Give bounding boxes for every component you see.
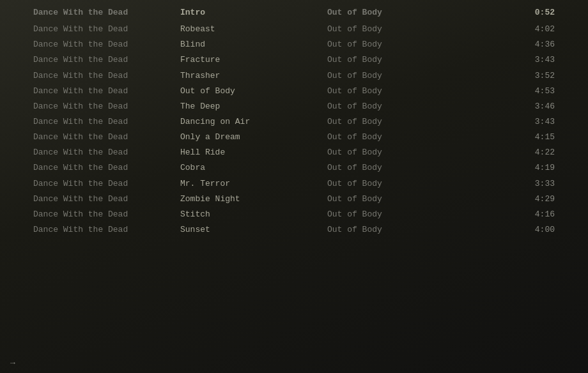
track-artist: Dance With the Dead bbox=[33, 100, 180, 113]
track-album: Out of Body bbox=[327, 100, 474, 113]
bottom-arrow: → bbox=[10, 358, 15, 368]
track-title: Robeast bbox=[180, 23, 327, 36]
track-album: Out of Body bbox=[327, 131, 474, 144]
track-album: Out of Body bbox=[327, 193, 474, 206]
table-row[interactable]: Dance With the DeadOnly a DreamOut of Bo… bbox=[0, 130, 588, 145]
table-row[interactable]: Dance With the DeadStitchOut of Body4:16 bbox=[0, 207, 588, 222]
table-row[interactable]: Dance With the DeadZombie NightOut of Bo… bbox=[0, 192, 588, 207]
track-artist: Dance With the Dead bbox=[33, 116, 180, 128]
header-artist: Dance With the Dead bbox=[33, 6, 180, 19]
track-album: Out of Body bbox=[327, 178, 474, 190]
table-row[interactable]: Dance With the DeadThrasherOut of Body3:… bbox=[0, 68, 588, 84]
track-title: Dancing on Air bbox=[180, 116, 327, 128]
table-row[interactable]: Dance With the DeadDancing on AirOut of … bbox=[0, 114, 588, 130]
track-album: Out of Body bbox=[327, 224, 474, 236]
track-album: Out of Body bbox=[327, 54, 474, 66]
header-title: Intro bbox=[180, 6, 327, 19]
track-duration: 4:53 bbox=[474, 85, 555, 98]
table-row[interactable]: Dance With the DeadBlindOut of Body4:36 bbox=[0, 37, 588, 52]
track-artist: Dance With the Dead bbox=[33, 70, 180, 82]
track-artist: Dance With the Dead bbox=[33, 162, 180, 174]
table-row[interactable]: Dance With the DeadHell RideOut of Body4… bbox=[0, 145, 588, 160]
track-artist: Dance With the Dead bbox=[33, 146, 180, 159]
track-title: Out of Body bbox=[180, 85, 327, 98]
track-artist: Dance With the Dead bbox=[33, 23, 180, 36]
table-row[interactable]: Dance With the DeadRobeastOut of Body4:0… bbox=[0, 22, 588, 37]
track-duration: 3:52 bbox=[474, 70, 555, 82]
track-list: Dance With the Dead Intro Out of Body 0:… bbox=[0, 0, 588, 243]
table-row[interactable]: Dance With the DeadCobraOut of Body4:19 bbox=[0, 160, 588, 176]
track-artist: Dance With the Dead bbox=[33, 208, 180, 221]
track-duration: 4:36 bbox=[474, 38, 555, 51]
table-row[interactable]: Dance With the DeadMr. TerrorOut of Body… bbox=[0, 176, 588, 192]
track-album: Out of Body bbox=[327, 146, 474, 159]
track-title: Thrasher bbox=[180, 70, 327, 82]
track-album: Out of Body bbox=[327, 85, 474, 98]
track-album: Out of Body bbox=[327, 208, 474, 221]
table-row[interactable]: Dance With the DeadThe DeepOut of Body3:… bbox=[0, 99, 588, 114]
track-duration: 3:33 bbox=[474, 178, 555, 190]
track-artist: Dance With the Dead bbox=[33, 224, 180, 236]
track-list-header: Dance With the Dead Intro Out of Body 0:… bbox=[0, 5, 588, 20]
track-duration: 4:22 bbox=[474, 146, 555, 159]
table-row[interactable]: Dance With the DeadFractureOut of Body3:… bbox=[0, 52, 588, 68]
track-album: Out of Body bbox=[327, 162, 474, 174]
table-row[interactable]: Dance With the DeadOut of BodyOut of Bod… bbox=[0, 84, 588, 99]
track-duration: 3:43 bbox=[474, 116, 555, 128]
table-row[interactable]: Dance With the DeadSunsetOut of Body4:00 bbox=[0, 222, 588, 238]
track-artist: Dance With the Dead bbox=[33, 85, 180, 98]
track-duration: 4:16 bbox=[474, 208, 555, 221]
header-duration: 0:52 bbox=[474, 6, 555, 19]
track-title: Zombie Night bbox=[180, 193, 327, 206]
track-title: The Deep bbox=[180, 100, 327, 113]
track-duration: 4:00 bbox=[474, 224, 555, 236]
track-artist: Dance With the Dead bbox=[33, 54, 180, 66]
track-title: Sunset bbox=[180, 224, 327, 236]
track-artist: Dance With the Dead bbox=[33, 131, 180, 144]
track-title: Stitch bbox=[180, 208, 327, 221]
track-title: Cobra bbox=[180, 162, 327, 174]
track-duration: 3:43 bbox=[474, 54, 555, 66]
track-artist: Dance With the Dead bbox=[33, 38, 180, 51]
track-artist: Dance With the Dead bbox=[33, 193, 180, 206]
track-duration: 4:29 bbox=[474, 193, 555, 206]
track-duration: 4:19 bbox=[474, 162, 555, 174]
track-album: Out of Body bbox=[327, 38, 474, 51]
track-album: Out of Body bbox=[327, 70, 474, 82]
track-title: Blind bbox=[180, 38, 327, 51]
track-album: Out of Body bbox=[327, 116, 474, 128]
track-duration: 4:15 bbox=[474, 131, 555, 144]
track-artist: Dance With the Dead bbox=[33, 178, 180, 190]
track-title: Mr. Terror bbox=[180, 178, 327, 190]
header-album: Out of Body bbox=[327, 6, 474, 19]
track-title: Only a Dream bbox=[180, 131, 327, 144]
track-title: Hell Ride bbox=[180, 146, 327, 159]
track-duration: 4:02 bbox=[474, 23, 555, 36]
track-album: Out of Body bbox=[327, 23, 474, 36]
track-title: Fracture bbox=[180, 54, 327, 66]
track-duration: 3:46 bbox=[474, 100, 555, 113]
